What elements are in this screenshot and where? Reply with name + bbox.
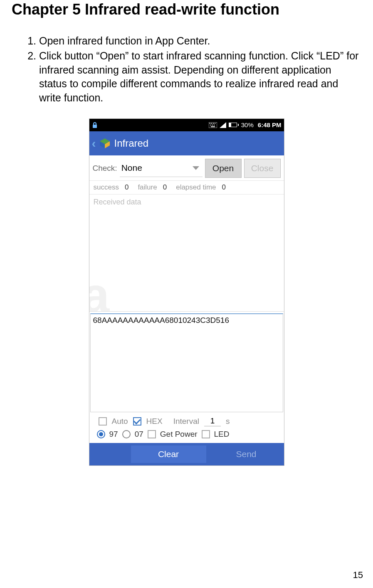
interval-unit: s (226, 417, 230, 426)
svg-rect-6 (210, 125, 211, 125)
interval-input[interactable] (204, 416, 221, 426)
radio-07[interactable] (122, 430, 131, 438)
led-label: LED (214, 430, 230, 439)
svg-rect-4 (213, 123, 214, 124)
elapsed-label: elapsed time (176, 183, 216, 192)
hex-label: HEX (146, 417, 163, 426)
dropdown-icon (193, 166, 199, 170)
instruction-item: Open infrared function in App Center. (39, 34, 361, 48)
app-header: ‹ Infrared (89, 131, 284, 155)
page-number: 15 (353, 570, 363, 581)
send-button[interactable]: Send (209, 443, 284, 465)
interval-label: Interval (173, 417, 199, 426)
svg-rect-7 (212, 125, 213, 125)
options-row-2: 97 07 Get Power LED (89, 428, 284, 443)
svg-rect-2 (210, 123, 210, 124)
keyboard-icon (209, 122, 217, 128)
radio-97[interactable] (97, 430, 105, 438)
auto-checkbox[interactable] (99, 417, 107, 426)
check-spinner[interactable]: None (120, 160, 203, 177)
open-button[interactable]: Open (205, 159, 242, 178)
led-checkbox[interactable] (202, 430, 210, 438)
watermark: a (89, 266, 110, 312)
app-logo-icon (99, 137, 111, 150)
radio-07-label: 07 (135, 430, 143, 439)
instruction-list: Open infrared function in App Center. Cl… (12, 34, 361, 105)
close-button[interactable]: Close (244, 159, 281, 178)
getpower-checkbox[interactable] (148, 430, 156, 438)
app-title: Infrared (114, 138, 149, 149)
android-status-bar: 30% 6:48 PM (89, 119, 284, 131)
failure-value: 0 (163, 183, 167, 192)
received-data-box[interactable]: Received data a (89, 194, 284, 312)
check-value: None (121, 163, 142, 173)
success-value: 0 (125, 183, 128, 192)
getpower-label: Get Power (160, 430, 198, 439)
bottom-button-row: Clear Send (89, 443, 284, 465)
battery-icon (229, 123, 239, 127)
failure-label: failure (138, 183, 157, 192)
back-icon[interactable]: ‹ (92, 136, 96, 150)
success-label: success (94, 183, 119, 192)
received-data-placeholder: Received data (94, 198, 141, 206)
status-time: 6:48 PM (258, 121, 282, 128)
control-row: Check: None Open Close (89, 155, 284, 181)
auto-label: Auto (112, 417, 128, 426)
send-data-value: 68AAAAAAAAAAAA68010243C3D516 (93, 316, 229, 325)
instruction-item: Click button “Open” to start infrared sc… (39, 49, 361, 105)
radio-97-label: 97 (109, 430, 118, 439)
svg-marker-10 (220, 122, 226, 128)
lock-icon (92, 122, 98, 128)
svg-rect-9 (211, 126, 215, 127)
options-row-1: Auto HEX Interval s (89, 412, 284, 428)
check-label: Check: (93, 164, 117, 173)
send-data-box[interactable]: 68AAAAAAAAAAAA68010243C3D516 (90, 313, 283, 412)
stats-row: success 0 failure 0 elapsed time 0 (89, 181, 284, 194)
svg-rect-8 (214, 125, 215, 125)
battery-percent: 30% (241, 121, 254, 128)
svg-rect-0 (93, 125, 97, 128)
clear-button[interactable]: Clear (131, 445, 206, 463)
elapsed-value: 0 (222, 183, 226, 192)
hex-checkbox[interactable] (133, 417, 141, 426)
chapter-title: Chapter 5 Infrared read-write function (12, 1, 361, 18)
signal-icon (220, 122, 226, 128)
svg-rect-3 (211, 123, 212, 124)
android-screenshot: 30% 6:48 PM ‹ Infrared Check: None Open … (89, 118, 284, 466)
svg-rect-5 (215, 123, 215, 124)
